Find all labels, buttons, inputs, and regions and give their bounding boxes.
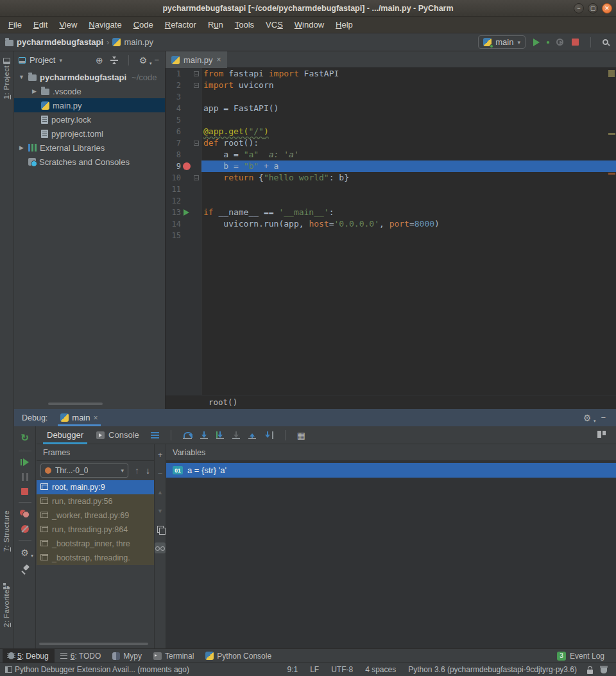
warning-stripe-marker[interactable] (608, 133, 615, 135)
menu-view[interactable]: View (53, 20, 83, 30)
toolwindow-toggle-icon[interactable] (5, 666, 12, 673)
stop-icon[interactable] (21, 488, 28, 495)
gutter-cell[interactable] (181, 218, 192, 230)
status-widget[interactable]: 9:1 (287, 665, 298, 674)
tab-console[interactable]: Console (90, 426, 146, 444)
tab-debugger[interactable]: Debugger (40, 426, 90, 444)
code-line-4[interactable]: 4app = FastAPI() (166, 103, 616, 114)
run-arrow-icon[interactable] (184, 209, 189, 216)
pause-icon[interactable] (22, 473, 28, 481)
variable-row[interactable]: 01a = {str} 'a' (166, 463, 616, 478)
project-view-title[interactable]: Project (30, 55, 55, 65)
close-button[interactable]: ✕ (602, 3, 612, 13)
gutter-cell[interactable] (181, 195, 192, 207)
step-over-icon[interactable] (183, 431, 192, 439)
view-breakpoints-icon[interactable] (20, 510, 30, 518)
close-icon[interactable]: × (217, 55, 221, 64)
settings-icon[interactable]: ⚙ (583, 413, 592, 423)
frame-row[interactable]: _worker, thread.py:69 (37, 508, 154, 523)
restore-layout-icon[interactable] (597, 431, 606, 438)
toolwindow-tab-6-todo[interactable]: 6: TODO (55, 649, 107, 663)
menu-tools[interactable]: Tools (229, 20, 260, 30)
pin-icon[interactable] (21, 565, 29, 573)
code-line-6[interactable]: 6@app.get("/") (166, 126, 616, 137)
sidebar-item-favorites[interactable]: 2: Favorites (3, 585, 10, 627)
menu-code[interactable]: Code (128, 20, 159, 30)
tree-item--vscode[interactable]: ▶.vscode (14, 84, 165, 98)
chevron-down-icon[interactable]: ▾ (59, 57, 62, 64)
title-bar[interactable]: pycharmdebugfastapi [~/code/pycharmdebug… (0, 0, 616, 17)
fold-marker-icon[interactable] (194, 141, 199, 146)
line-number[interactable]: 8 (166, 149, 181, 160)
hector-icon[interactable] (601, 668, 607, 673)
code-line-5[interactable]: 5 (166, 114, 616, 126)
code-line-12[interactable]: 12 (166, 195, 616, 207)
tree-item-scratches-and-consoles[interactable]: Scratches and Consoles (14, 155, 165, 169)
line-number[interactable]: 13 (166, 207, 181, 218)
line-number[interactable]: 11 (166, 184, 181, 195)
move-down-icon[interactable]: ▼ (155, 505, 166, 516)
code-line-13[interactable]: 13if __name__ == '__main__': (166, 207, 616, 218)
menu-help[interactable]: Help (330, 20, 359, 30)
chevron-right-icon[interactable]: ▶ (18, 144, 25, 151)
settings-icon[interactable]: ⚙ (139, 55, 148, 65)
line-number[interactable]: 10 (166, 172, 181, 184)
line-number[interactable]: 5 (166, 114, 181, 126)
frame-row[interactable]: _bootstrap, threading. (37, 551, 154, 565)
breadcrumb-item[interactable]: pycharmdebugfastapi (5, 37, 103, 47)
gutter-cell[interactable] (181, 80, 192, 91)
code-line-3[interactable]: 3 (166, 91, 616, 103)
step-into-my-code-icon[interactable] (216, 431, 224, 439)
chevron-down-icon[interactable]: ▼ (18, 74, 25, 80)
code-line-10[interactable]: 10 return {"hello world": b} (166, 172, 616, 184)
inspection-status-marker[interactable] (608, 70, 615, 77)
locate-icon[interactable]: ⊕ (96, 55, 103, 65)
event-log-button[interactable]: 3Event Log (557, 652, 613, 661)
tree-item-poetry-lock[interactable]: poetry.lock (14, 112, 165, 126)
duplicate-icon[interactable] (155, 524, 166, 535)
menu-file[interactable]: File (3, 20, 28, 30)
toolwindow-tab-python-console[interactable]: Python Console (200, 649, 277, 663)
menu-edit[interactable]: Edit (28, 20, 53, 30)
tree-item-pycharmdebugfastapi[interactable]: ▼pycharmdebugfastapi~/code (14, 70, 165, 84)
mute-breakpoints-icon[interactable] (21, 525, 29, 533)
code-line-7[interactable]: 7def root(): (166, 137, 616, 149)
gutter-cell[interactable] (181, 149, 192, 160)
next-frame-button[interactable]: ↓ (146, 465, 150, 476)
line-number[interactable]: 3 (166, 91, 181, 103)
project-scrollbar[interactable] (48, 403, 103, 405)
frame-row[interactable]: _bootstrap_inner, thre (37, 537, 154, 551)
close-icon[interactable]: × (94, 413, 98, 422)
tree-item-external-libraries[interactable]: ▶External Libraries (14, 141, 165, 155)
status-widget[interactable]: 4 spaces (365, 665, 396, 674)
menu-navigate[interactable]: Navigate (83, 20, 127, 30)
menu-window[interactable]: Window (289, 20, 330, 30)
fold-marker-icon[interactable] (194, 71, 199, 76)
fold-marker-icon[interactable] (194, 83, 199, 88)
line-number[interactable]: 2 (166, 80, 181, 91)
tab-main-py[interactable]: main.py × (166, 51, 227, 68)
add-icon[interactable]: + (155, 449, 166, 460)
run-icon[interactable] (533, 39, 540, 46)
code-area[interactable]: 1from fastapi import FastAPI2import uvic… (166, 68, 616, 241)
status-message[interactable]: Python Debugger Extension Avail... (mome… (12, 665, 189, 674)
code-line-2[interactable]: 2import uvicorn (166, 80, 616, 91)
frames-scrollbar[interactable] (39, 643, 148, 645)
breadcrumb-item[interactable]: main.py (112, 37, 153, 47)
run-config-select[interactable]: main ▾ (478, 35, 526, 49)
remove-icon[interactable]: − (155, 468, 166, 479)
show-watches-icon[interactable] (155, 542, 166, 553)
stop-icon[interactable] (572, 39, 579, 46)
thread-selector[interactable]: Thr...-0_0 ▾ (40, 464, 128, 478)
rerun-icon[interactable]: ↻ (21, 432, 29, 444)
gutter-cell[interactable] (181, 103, 192, 114)
line-number[interactable]: 1 (166, 68, 181, 80)
frame-row[interactable]: root, main.py:9 (37, 480, 154, 494)
status-widget[interactable]: UTF-8 (331, 665, 353, 674)
settings-icon[interactable]: ⚙ (21, 548, 29, 558)
run-gutter[interactable] (181, 207, 192, 218)
line-number[interactable]: 4 (166, 103, 181, 114)
status-widget[interactable]: LF (310, 665, 319, 674)
chevron-right-icon[interactable]: ▶ (31, 88, 38, 94)
sidebar-item-structure[interactable]: 7: Structure (3, 510, 10, 551)
